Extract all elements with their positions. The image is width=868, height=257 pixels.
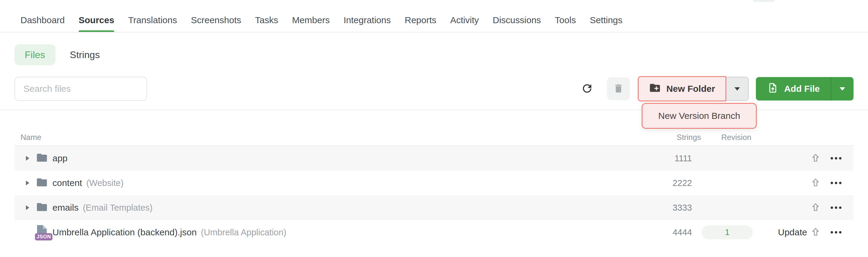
update-link[interactable]: Update [778,227,807,237]
refresh-icon [581,82,593,96]
row-name-cell: emails (Email Templates) [53,203,656,213]
add-file-caret-button[interactable] [831,77,854,101]
row-icon-cell [33,176,51,190]
chevron-right-icon [26,156,29,161]
add-file-button[interactable]: Add File [756,77,854,101]
file-name[interactable]: emails [53,203,79,213]
search-input[interactable] [14,77,147,101]
table-row[interactable]: content (Website) 2222 [14,171,854,195]
nav-item-screenshots[interactable]: Screenshots [191,8,241,33]
upload-translation-button[interactable] [810,178,821,189]
upload-translation-button[interactable] [810,227,821,238]
column-header-strings: Strings [665,133,701,142]
files-table: Name Strings Revision app 1111 [14,130,854,245]
nav-item-discussions[interactable]: Discussions [493,8,541,33]
row-icon-cell [33,201,51,214]
tab-files[interactable]: Files [14,44,56,65]
table-body: app 1111 [14,146,854,245]
tab-strings[interactable]: Strings [70,49,100,61]
expand-button[interactable] [23,156,32,161]
folder-icon [36,152,48,165]
upload-arrow-icon [810,227,821,238]
add-file-label: Add File [784,84,820,94]
strings-count: 1111 [656,153,692,163]
folder-plus-icon [649,82,661,96]
nav-item-sources[interactable]: Sources [79,8,114,33]
row-menu-button[interactable] [831,157,841,159]
nav-item-tools[interactable]: Tools [555,8,576,33]
upload-translation-button[interactable] [810,202,821,213]
chevron-right-icon [26,205,29,210]
delete-button[interactable] [607,77,630,100]
sources-subtabs: Files Strings [14,44,100,65]
file-name[interactable]: app [53,153,67,163]
upload-arrow-icon [810,153,821,164]
nav-item-translations[interactable]: Translations [128,8,177,33]
file-note: (Website) [86,178,124,188]
upload-cell [807,227,824,238]
upload-cell [807,178,824,189]
folder-icon [36,201,48,214]
table-row[interactable]: emails (Email Templates) 3333 [14,195,854,220]
row-menu-cell [828,231,844,233]
column-header-revision: Revision [708,133,765,142]
chevron-down-icon [840,87,845,90]
folder-icon [36,176,48,190]
chevron-right-icon [26,181,29,185]
new-folder-split-button: New Folder [638,76,749,101]
toolbar-actions: New Folder Add File [578,76,854,101]
table-header: Name Strings Revision [14,130,854,146]
file-note: (Umbrella Application) [201,227,287,237]
revision-badge: 1 [702,225,753,239]
row-menu-button[interactable] [831,182,841,184]
file-name[interactable]: content [53,178,82,188]
upload-cell [807,153,824,164]
add-file-main[interactable]: Add File [756,77,831,101]
sources-page: DashboardSourcesTranslationsScreenshotsT… [0,0,868,257]
row-menu-button[interactable] [831,231,841,233]
nav-item-reports[interactable]: Reports [405,8,436,33]
row-icon-cell [33,152,51,165]
column-header-name: Name [14,133,665,142]
update-cell: Update [756,227,807,237]
new-folder-caret-button[interactable] [726,77,749,101]
json-file-icon: JSON [36,225,48,240]
upload-translation-button[interactable] [810,153,821,164]
row-menu-cell [828,157,844,159]
chevron-down-icon [735,87,740,90]
trash-icon [613,83,624,95]
file-note: (Email Templates) [83,203,153,213]
cropped-element-fragment [753,0,775,2]
row-icon-cell: JSON [33,225,51,240]
expand-button[interactable] [23,205,32,210]
nav-divider [0,32,868,33]
files-toolbar: New Folder Add File [14,77,854,101]
strings-count: 4444 [656,227,692,237]
upload-arrow-icon [810,202,821,213]
file-upload-icon [767,82,779,96]
file-name[interactable]: Umbrella Application (backend).json [53,227,197,237]
table-row[interactable]: JSON Umbrella Application (backend).json… [14,220,854,245]
new-folder-button[interactable]: New Folder [638,76,726,101]
nav-item-activity[interactable]: Activity [450,8,479,33]
row-name-cell: content (Website) [53,178,656,188]
nav-item-settings[interactable]: Settings [590,8,622,33]
nav-item-integrations[interactable]: Integrations [344,8,391,33]
nav-item-dashboard[interactable]: Dashboard [21,8,65,33]
json-badge: JSON [35,233,53,241]
new-folder-label: New Folder [666,84,715,94]
table-row[interactable]: app 1111 [14,146,854,171]
row-name-cell: app [53,153,656,163]
expand-button[interactable] [23,181,32,185]
strings-count: 3333 [656,203,692,213]
nav-item-members[interactable]: Members [292,8,330,33]
strings-count: 2222 [656,178,692,188]
row-menu-button[interactable] [831,207,841,209]
nav-item-tasks[interactable]: Tasks [255,8,278,33]
upload-cell [807,202,824,213]
refresh-button[interactable] [578,77,596,100]
revision-cell: 1 [699,225,756,239]
upload-arrow-icon [810,178,821,189]
menu-item-new-version-branch[interactable]: New Version Branch [642,103,757,129]
row-menu-cell [828,207,844,209]
